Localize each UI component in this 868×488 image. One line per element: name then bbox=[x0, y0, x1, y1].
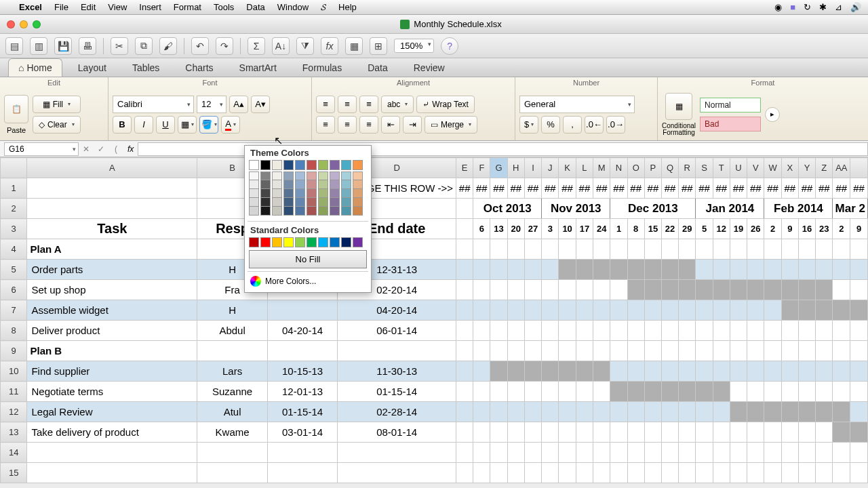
gantt-cell[interactable] bbox=[559, 280, 576, 300]
gantt-cell[interactable] bbox=[644, 300, 661, 321]
gantt-cell[interactable] bbox=[662, 300, 679, 321]
start-cell[interactable]: 12-01-13 bbox=[267, 382, 338, 402]
gantt-cell[interactable] bbox=[679, 280, 696, 300]
gantt-cell[interactable] bbox=[713, 422, 730, 443]
gantt-cell[interactable] bbox=[679, 382, 696, 402]
gantt-cell[interactable] bbox=[781, 402, 798, 422]
start-cell[interactable] bbox=[267, 300, 338, 321]
gantt-cell[interactable] bbox=[542, 280, 559, 300]
gantt-cell[interactable] bbox=[816, 382, 833, 402]
standard-swatch[interactable] bbox=[307, 237, 317, 247]
gantt-cell[interactable] bbox=[764, 280, 781, 300]
gantt-cell[interactable] bbox=[542, 260, 559, 280]
menu-help[interactable]: Help bbox=[338, 2, 357, 12]
gantt-cell[interactable] bbox=[781, 382, 798, 402]
gantt-cell[interactable] bbox=[610, 402, 627, 422]
gantt-cell[interactable] bbox=[524, 422, 541, 443]
end-cell[interactable]: 01-15-14 bbox=[338, 382, 456, 402]
task-cell[interactable]: Assemble widget bbox=[27, 300, 197, 321]
gantt-cell[interactable] bbox=[798, 321, 815, 341]
gantt-cell[interactable] bbox=[781, 422, 798, 443]
gantt-cell[interactable] bbox=[833, 361, 850, 382]
gantt-cell[interactable] bbox=[576, 260, 593, 280]
gantt-cell[interactable] bbox=[524, 321, 541, 341]
shrink-font-button[interactable]: A▾ bbox=[251, 96, 270, 113]
row-header[interactable]: 7 bbox=[1, 300, 27, 321]
gantt-cell[interactable] bbox=[627, 321, 644, 341]
gantt-cell[interactable] bbox=[747, 361, 764, 382]
gantt-cell[interactable] bbox=[850, 260, 868, 280]
theme-swatch[interactable] bbox=[330, 160, 340, 170]
wrap-text-button[interactable]: ⤶Wrap Text bbox=[416, 96, 475, 113]
gantt-cell[interactable] bbox=[559, 402, 576, 422]
row-header[interactable]: 10 bbox=[1, 361, 27, 382]
redo-button[interactable]: ↷ bbox=[216, 37, 233, 55]
col-header[interactable]: X bbox=[781, 158, 798, 178]
row-header[interactable]: 12 bbox=[1, 402, 27, 422]
gantt-cell[interactable] bbox=[730, 402, 747, 422]
gantt-cell[interactable] bbox=[542, 422, 559, 443]
theme-shade-swatch[interactable] bbox=[249, 171, 259, 180]
gantt-cell[interactable] bbox=[542, 321, 559, 341]
gantt-cell[interactable] bbox=[816, 260, 833, 280]
dec-decimal-button[interactable]: .0→ bbox=[606, 116, 625, 134]
theme-shade-swatch[interactable] bbox=[295, 198, 305, 207]
theme-swatch[interactable] bbox=[318, 160, 328, 170]
gantt-cell[interactable] bbox=[644, 402, 661, 422]
gantt-cell[interactable] bbox=[542, 402, 559, 422]
comma-button[interactable]: , bbox=[563, 116, 582, 134]
theme-shade-swatch[interactable] bbox=[272, 189, 282, 198]
gantt-cell[interactable] bbox=[473, 300, 490, 321]
gantt-cell[interactable] bbox=[524, 260, 541, 280]
gantt-cell[interactable] bbox=[798, 280, 815, 300]
task-cell[interactable]: Negotiate terms bbox=[27, 382, 197, 402]
task-cell[interactable]: Order parts bbox=[27, 260, 197, 280]
status-wifi-icon[interactable]: ⊿ bbox=[835, 2, 842, 12]
start-cell[interactable]: 04-20-14 bbox=[267, 321, 338, 341]
style-bad[interactable]: Bad bbox=[700, 117, 761, 131]
theme-shade-swatch[interactable] bbox=[307, 207, 317, 216]
menu-edit[interactable]: Edit bbox=[81, 2, 96, 12]
percent-button[interactable]: % bbox=[541, 116, 560, 134]
gantt-cell[interactable] bbox=[524, 280, 541, 300]
gantt-cell[interactable] bbox=[747, 260, 764, 280]
theme-shade-swatch[interactable] bbox=[283, 207, 294, 216]
theme-shade-swatch[interactable] bbox=[307, 180, 317, 189]
gantt-cell[interactable] bbox=[644, 422, 661, 443]
theme-swatch[interactable] bbox=[249, 160, 259, 170]
col-header[interactable]: L bbox=[576, 158, 593, 178]
gantt-cell[interactable] bbox=[576, 361, 593, 382]
indent-dec-button[interactable]: ⇤ bbox=[381, 116, 400, 134]
align-top-button[interactable]: ≡ bbox=[316, 96, 335, 113]
gantt-cell[interactable] bbox=[781, 361, 798, 382]
theme-shade-swatch[interactable] bbox=[318, 198, 328, 207]
gantt-cell[interactable] bbox=[679, 260, 696, 280]
gantt-cell[interactable] bbox=[559, 422, 576, 443]
cond-fmt-icon[interactable]: ▦ bbox=[665, 93, 692, 120]
gantt-cell[interactable] bbox=[627, 260, 644, 280]
gantt-cell[interactable] bbox=[696, 280, 713, 300]
font-color-button[interactable]: A bbox=[221, 116, 240, 134]
menu-scripts-icon[interactable]: 𝓢 bbox=[321, 2, 326, 13]
gantt-cell[interactable] bbox=[747, 402, 764, 422]
tab-tables[interactable]: Tables bbox=[122, 58, 170, 77]
window-minimize-button[interactable] bbox=[20, 20, 28, 28]
gantt-cell[interactable] bbox=[507, 382, 524, 402]
paste-icon[interactable]: 📋 bbox=[4, 95, 28, 123]
gantt-cell[interactable] bbox=[593, 382, 610, 402]
theme-shade-swatch[interactable] bbox=[272, 171, 282, 180]
copy-button[interactable]: ⧉ bbox=[135, 37, 153, 55]
col-header[interactable]: F bbox=[473, 158, 490, 178]
end-cell[interactable]: 06-01-14 bbox=[338, 321, 456, 341]
gantt-cell[interactable] bbox=[644, 260, 661, 280]
gantt-cell[interactable] bbox=[833, 321, 850, 341]
font-size-combo[interactable]: 12 bbox=[197, 96, 226, 113]
gantt-cell[interactable] bbox=[507, 300, 524, 321]
theme-shade-swatch[interactable] bbox=[341, 198, 351, 207]
gantt-cell[interactable] bbox=[524, 361, 541, 382]
inc-decimal-button[interactable]: .0← bbox=[585, 116, 604, 134]
gantt-cell[interactable] bbox=[490, 382, 507, 402]
resp-cell[interactable]: Abdul bbox=[197, 321, 267, 341]
gantt-cell[interactable] bbox=[696, 422, 713, 443]
currency-button[interactable]: $ bbox=[519, 116, 538, 134]
